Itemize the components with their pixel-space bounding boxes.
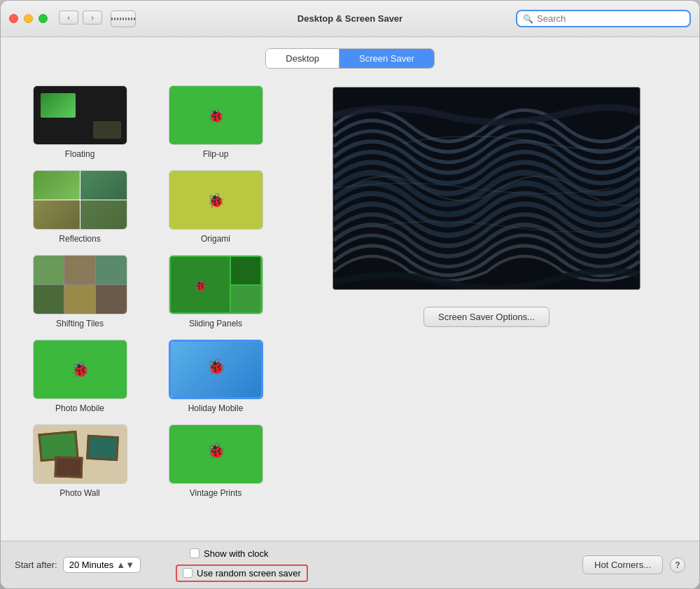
ss-item-flipup[interactable]: Flip-up bbox=[153, 85, 278, 159]
ss-item-vintage[interactable]: Vintage Prints bbox=[153, 424, 278, 498]
start-after-group: Start after: 20 Minutes ▲▼ bbox=[15, 557, 141, 573]
tab-screensaver[interactable]: Screen Saver bbox=[340, 49, 434, 68]
start-after-label: Start after: bbox=[15, 560, 57, 570]
tab-group: Desktop Screen Saver bbox=[265, 48, 434, 69]
random-saver-checkbox[interactable] bbox=[183, 568, 192, 578]
tab-desktop[interactable]: Desktop bbox=[266, 49, 340, 68]
thumb-flipup-img bbox=[169, 86, 262, 144]
search-input[interactable] bbox=[537, 13, 684, 24]
right-panel: Screen Saver Options... bbox=[288, 80, 685, 541]
ss-thumb-floating bbox=[33, 85, 127, 145]
ss-label-reflections: Reflections bbox=[59, 234, 100, 244]
ss-label-photomobile: Photo Mobile bbox=[55, 403, 104, 413]
ss-thumb-holidaymobile bbox=[169, 340, 263, 399]
ss-thumb-sliding bbox=[169, 255, 263, 314]
nav-buttons: ‹ › bbox=[59, 11, 136, 27]
random-saver-label: Use random screen saver bbox=[197, 568, 301, 578]
main-window: ‹ › Desktop & Screen Saver 🔍 Desktop Scr… bbox=[0, 0, 700, 589]
thumb-photomobile-img bbox=[34, 340, 127, 399]
ss-label-flipup: Flip-up bbox=[203, 149, 229, 159]
show-clock-checkbox[interactable] bbox=[190, 548, 200, 558]
minimize-button[interactable] bbox=[24, 14, 33, 23]
ss-item-holidaymobile[interactable]: Holiday Mobile bbox=[153, 340, 278, 413]
thumb-sliding-img bbox=[169, 256, 262, 314]
hot-corners-button[interactable]: Hot Corners... bbox=[582, 555, 663, 574]
thumb-vintage-img bbox=[169, 425, 262, 483]
search-icon: 🔍 bbox=[523, 14, 533, 24]
ss-label-vintage: Vintage Prints bbox=[190, 488, 242, 498]
ss-label-photowall: Photo Wall bbox=[59, 488, 100, 498]
thumb-reflections-img bbox=[34, 171, 127, 229]
ss-item-floating[interactable]: Floating bbox=[18, 85, 142, 159]
show-clock-group: Show with clock bbox=[190, 548, 308, 559]
random-saver-group: Use random screen saver bbox=[176, 564, 308, 582]
preview-svg bbox=[333, 88, 640, 289]
grid-button[interactable] bbox=[111, 11, 136, 27]
traffic-lights bbox=[9, 14, 48, 23]
ss-thumb-reflections bbox=[33, 170, 127, 230]
content-area: Desktop Screen Saver Floating bbox=[1, 37, 699, 541]
select-arrows-icon: ▲▼ bbox=[116, 560, 134, 570]
ss-item-reflections[interactable]: Reflections bbox=[18, 170, 142, 244]
titlebar: ‹ › Desktop & Screen Saver 🔍 bbox=[1, 1, 699, 37]
search-box[interactable]: 🔍 bbox=[516, 10, 691, 27]
tab-bar: Desktop Screen Saver bbox=[15, 48, 685, 69]
ss-thumb-photowall bbox=[33, 424, 127, 484]
ss-item-sliding[interactable]: Sliding Panels bbox=[153, 255, 278, 328]
ss-item-origami[interactable]: Origami bbox=[153, 170, 278, 244]
ss-thumb-shifting bbox=[33, 255, 127, 314]
ss-label-shifting: Shifting Tiles bbox=[56, 319, 104, 328]
thumb-floating-img bbox=[34, 86, 127, 144]
window-title: Desktop & Screen Saver bbox=[298, 13, 402, 24]
thumb-shifting-img bbox=[34, 256, 127, 314]
preview-image bbox=[333, 88, 640, 289]
help-button[interactable]: ? bbox=[670, 557, 685, 573]
screensaver-grid: Floating Flip-up bbox=[15, 80, 281, 504]
forward-button[interactable]: › bbox=[83, 11, 102, 25]
ss-label-holidaymobile: Holiday Mobile bbox=[188, 403, 244, 413]
show-clock-label: Show with clock bbox=[204, 548, 268, 559]
ss-label-origami: Origami bbox=[201, 234, 230, 244]
screen-saver-options-button[interactable]: Screen Saver Options... bbox=[424, 307, 550, 327]
ss-thumb-flipup bbox=[169, 85, 263, 145]
thumb-photowall-img bbox=[34, 425, 127, 483]
thumb-holidaymobile-img bbox=[171, 342, 261, 397]
ss-label-floating: Floating bbox=[65, 149, 95, 159]
ss-item-shifting[interactable]: Shifting Tiles bbox=[18, 255, 142, 328]
screensaver-list: Floating Flip-up bbox=[15, 80, 288, 541]
ss-item-photowall[interactable]: Photo Wall bbox=[18, 424, 142, 498]
checkboxes-group: Show with clock Use random screen saver bbox=[176, 548, 308, 582]
main-pane: Floating Flip-up bbox=[15, 80, 685, 541]
thumb-origami-img bbox=[169, 171, 262, 229]
close-button[interactable] bbox=[9, 14, 18, 23]
ss-label-sliding: Sliding Panels bbox=[189, 319, 242, 328]
ss-thumb-photomobile bbox=[33, 340, 127, 399]
minutes-value: 20 Minutes bbox=[69, 560, 114, 570]
minutes-select[interactable]: 20 Minutes ▲▼ bbox=[63, 557, 141, 573]
ss-item-photomobile[interactable]: Photo Mobile bbox=[18, 340, 142, 413]
preview-container bbox=[332, 87, 640, 290]
ss-thumb-vintage bbox=[169, 424, 263, 484]
bottom-bar: Start after: 20 Minutes ▲▼ Show with clo… bbox=[1, 541, 699, 588]
maximize-button[interactable] bbox=[38, 14, 48, 23]
bottom-right: Hot Corners... ? bbox=[582, 555, 685, 574]
back-button[interactable]: ‹ bbox=[59, 11, 78, 25]
ss-thumb-origami bbox=[169, 170, 263, 230]
